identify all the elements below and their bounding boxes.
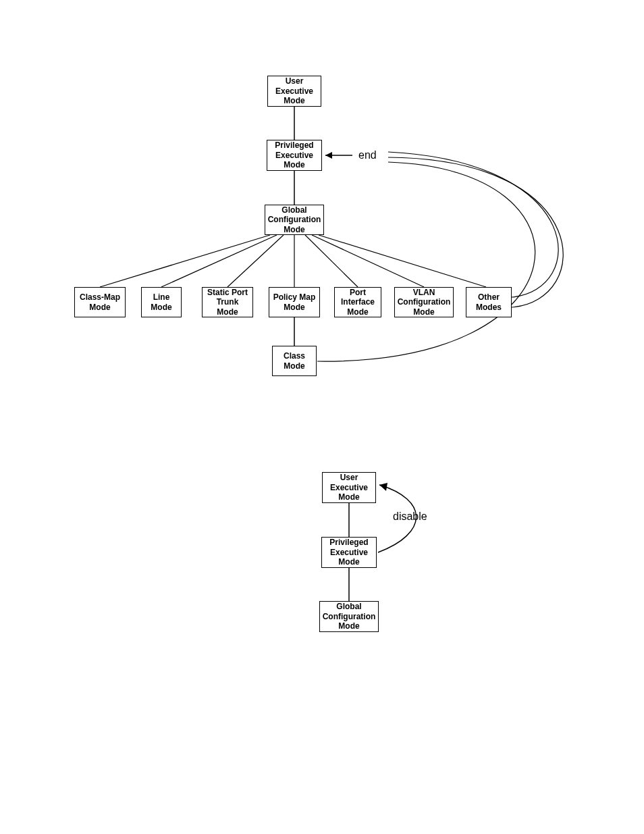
- d1-global-conf-label: GlobalConfigurationMode: [268, 205, 321, 234]
- d1-privileged-executive-mode: PrivilegedExecutiveMode: [267, 140, 322, 171]
- diagram-page: UserExecutiveMode PrivilegedExecutiveMod…: [0, 0, 644, 834]
- d1-class-map-mode: Class-MapMode: [74, 287, 126, 317]
- d1-global-configuration-mode: GlobalConfigurationMode: [265, 205, 324, 235]
- svg-line-6: [227, 235, 284, 287]
- d1-priv-exec-label: PrivilegedExecutiveMode: [275, 140, 313, 170]
- svg-line-8: [305, 235, 358, 287]
- d1-port-interface-label: PortInterfaceMode: [341, 288, 375, 317]
- d2-priv-exec-label: PrivilegedExecutiveMode: [329, 538, 368, 567]
- d1-policy-map-label: Policy MapMode: [273, 292, 316, 312]
- d1-user-executive-mode: UserExecutiveMode: [267, 76, 321, 107]
- svg-line-4: [100, 235, 270, 287]
- d2-disable-label: disable: [393, 511, 427, 523]
- d1-vlan-config-label: VLANConfigurationMode: [398, 288, 451, 317]
- d2-user-executive-mode: UserExecutiveMode: [322, 472, 376, 503]
- d1-vlan-configuration-mode: VLANConfigurationMode: [394, 287, 454, 317]
- d1-class-map-label: Class-MapMode: [80, 292, 120, 312]
- d1-line-mode: LineMode: [141, 287, 182, 317]
- d1-user-exec-label: UserExecutiveMode: [275, 76, 313, 105]
- d1-class-mode: ClassMode: [272, 346, 317, 376]
- d1-policy-map-mode: Policy MapMode: [269, 287, 320, 317]
- svg-line-10: [319, 235, 486, 287]
- svg-marker-14: [379, 483, 387, 491]
- d1-static-port-trunk-label: Static PortTrunkMode: [207, 288, 248, 317]
- d2-privileged-executive-mode: PrivilegedExecutiveMode: [321, 537, 377, 568]
- d2-user-exec-label: UserExecutiveMode: [330, 473, 368, 502]
- d1-line-label: LineMode: [151, 292, 171, 312]
- svg-line-9: [312, 235, 424, 287]
- d2-global-configuration-mode: GlobalConfigurationMode: [319, 601, 379, 632]
- d1-other-modes: OtherModes: [466, 287, 512, 317]
- d2-global-conf-label: GlobalConfigurationMode: [323, 602, 376, 631]
- d1-port-interface-mode: PortInterfaceMode: [334, 287, 381, 317]
- d1-static-port-trunk-mode: Static PortTrunkMode: [202, 287, 253, 317]
- d1-other-modes-label: OtherModes: [476, 292, 502, 312]
- d1-end-label: end: [358, 149, 377, 161]
- svg-marker-3: [325, 152, 332, 159]
- d1-class-mode-label: ClassMode: [284, 351, 305, 371]
- connectors-svg: [0, 0, 644, 834]
- svg-line-5: [161, 235, 277, 287]
